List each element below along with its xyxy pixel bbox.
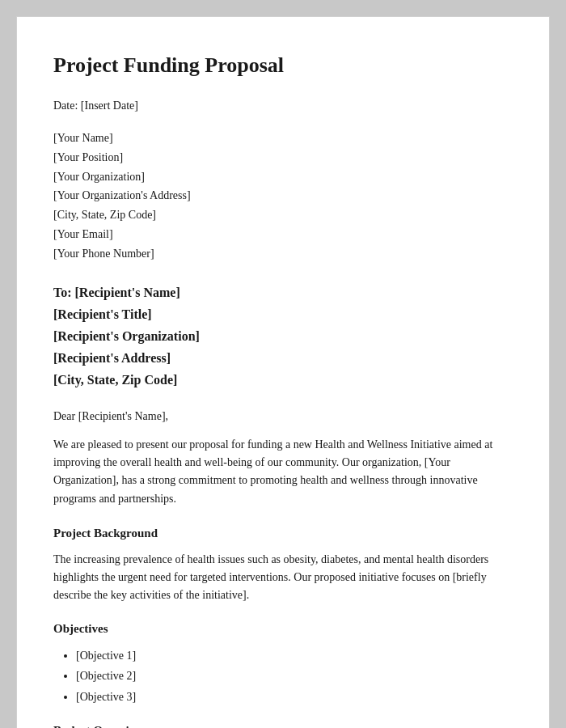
sender-email: [Your Email] — [53, 225, 513, 244]
objectives-list: [Objective 1] [Objective 2] [Objective 3… — [76, 645, 513, 707]
document-page: Project Funding Proposal Date: [Insert D… — [16, 16, 550, 728]
budget-overview-heading: Budget Overview — [53, 722, 513, 728]
project-background-heading: Project Background — [53, 524, 513, 543]
objectives-section: Objectives [Objective 1] [Objective 2] [… — [53, 620, 513, 707]
objective-item-3: [Objective 3] — [76, 687, 513, 707]
recipient-organization: [Recipient's Organization] — [53, 325, 513, 347]
date-line: Date: [Insert Date] — [53, 97, 513, 114]
project-background-body: The increasing prevalence of health issu… — [53, 551, 513, 605]
sender-block: [Your Name] [Your Position] [Your Organi… — [53, 129, 513, 264]
document-title: Project Funding Proposal — [53, 49, 513, 81]
sender-position: [Your Position] — [53, 148, 513, 167]
recipient-to-name: To: [Recipient's Name] — [53, 281, 513, 303]
sender-name: [Your Name] — [53, 129, 513, 148]
sender-organization: [Your Organization] — [53, 167, 513, 187]
salutation: Dear [Recipient's Name], — [53, 408, 513, 425]
sender-city-state-zip: [City, State, Zip Code] — [53, 205, 513, 225]
intro-paragraph: We are pleased to present our proposal f… — [53, 436, 513, 509]
recipient-title: [Recipient's Title] — [53, 303, 513, 325]
sender-phone: [Your Phone Number] — [53, 244, 513, 264]
budget-overview-section: Budget Overview The total funding requir… — [53, 722, 513, 728]
objectives-heading: Objectives — [53, 620, 513, 638]
project-background-section: Project Background The increasing preval… — [53, 524, 513, 605]
objective-item-2: [Objective 2] — [76, 666, 513, 686]
objective-item-1: [Objective 1] — [76, 645, 513, 666]
sender-address: [Your Organization's Address] — [53, 186, 513, 205]
recipient-city-state-zip: [City, State, Zip Code] — [53, 369, 513, 391]
recipient-block: To: [Recipient's Name] [Recipient's Titl… — [53, 281, 513, 392]
recipient-address: [Recipient's Address] — [53, 347, 513, 369]
